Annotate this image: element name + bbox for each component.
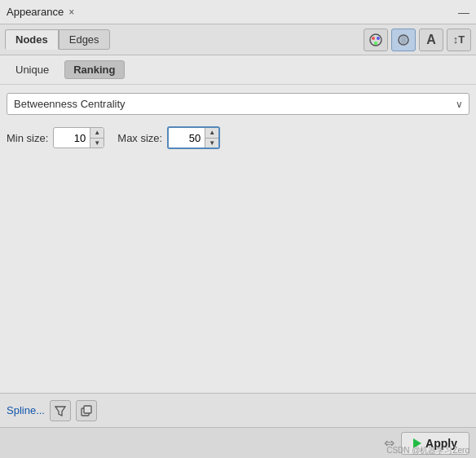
window-title: Appearance: [7, 6, 64, 18]
brush-icon-button[interactable]: [391, 29, 416, 51]
svg-marker-5: [55, 407, 65, 416]
main-tabs: Nodes Edges: [5, 29, 110, 50]
svg-rect-7: [84, 406, 91, 413]
content-area: Betweenness Centrality Closeness Central…: [0, 85, 476, 393]
label-size-icon: ↕T: [453, 33, 465, 46]
bottom-toolbar: Spline...: [0, 393, 476, 427]
max-size-input[interactable]: [169, 130, 205, 147]
max-size-input-wrap: ▲ ▼: [167, 126, 220, 149]
icon-toolbar: A ↕T: [364, 29, 471, 51]
main-tab-row: Nodes Edges: [0, 24, 476, 55]
max-size-group: Max size: ▲ ▼: [117, 126, 220, 149]
filter-icon-button[interactable]: [50, 400, 71, 421]
max-size-label: Max size:: [117, 132, 162, 144]
min-size-input-wrap: ▲ ▼: [53, 127, 104, 148]
watermark-text: CSDN @机器学习Zero: [386, 445, 469, 456]
minimize-button[interactable]: —: [458, 6, 469, 19]
brush-icon: [396, 33, 411, 47]
min-size-down-button[interactable]: ▼: [90, 138, 104, 148]
svg-point-2: [377, 37, 380, 40]
sub-tab-ranking[interactable]: Ranking: [64, 60, 124, 79]
label-a-icon: A: [426, 33, 436, 47]
close-button[interactable]: ×: [68, 7, 74, 17]
copy-icon: [81, 405, 92, 416]
label-icon-button[interactable]: A: [419, 29, 443, 51]
title-bar: Appearance × —: [0, 0, 476, 24]
svg-point-3: [374, 42, 377, 45]
max-size-spinners: ▲ ▼: [205, 128, 218, 148]
label-size-icon-button[interactable]: ↕T: [447, 29, 471, 51]
sub-tab-row: Unique Ranking: [0, 55, 476, 85]
tab-edges[interactable]: Edges: [59, 29, 110, 50]
max-size-up-button[interactable]: ▲: [205, 128, 218, 138]
copy-icon-button[interactable]: [76, 400, 97, 421]
min-size-up-button[interactable]: ▲: [90, 128, 104, 138]
min-size-input[interactable]: [54, 130, 90, 147]
metric-dropdown[interactable]: Betweenness Centrality Closeness Central…: [7, 93, 469, 115]
tab-nodes[interactable]: Nodes: [5, 29, 59, 50]
sub-tab-unique[interactable]: Unique: [7, 60, 58, 79]
appearance-panel: Nodes Edges: [0, 24, 476, 458]
min-size-group: Min size: ▲ ▼: [7, 127, 104, 148]
palette-icon: [368, 33, 383, 47]
size-controls-row: Min size: ▲ ▼ Max size: ▲: [7, 126, 469, 149]
max-size-down-button[interactable]: ▼: [205, 138, 218, 148]
metric-dropdown-row: Betweenness Centrality Closeness Central…: [7, 93, 469, 115]
min-size-label: Min size:: [7, 132, 48, 144]
min-size-spinners: ▲ ▼: [90, 128, 104, 148]
filter-icon: [55, 405, 66, 416]
metric-dropdown-container: Betweenness Centrality Closeness Central…: [7, 93, 469, 115]
svg-point-1: [372, 37, 375, 40]
spline-link[interactable]: Spline...: [7, 404, 45, 416]
color-icon-button[interactable]: [364, 29, 388, 51]
